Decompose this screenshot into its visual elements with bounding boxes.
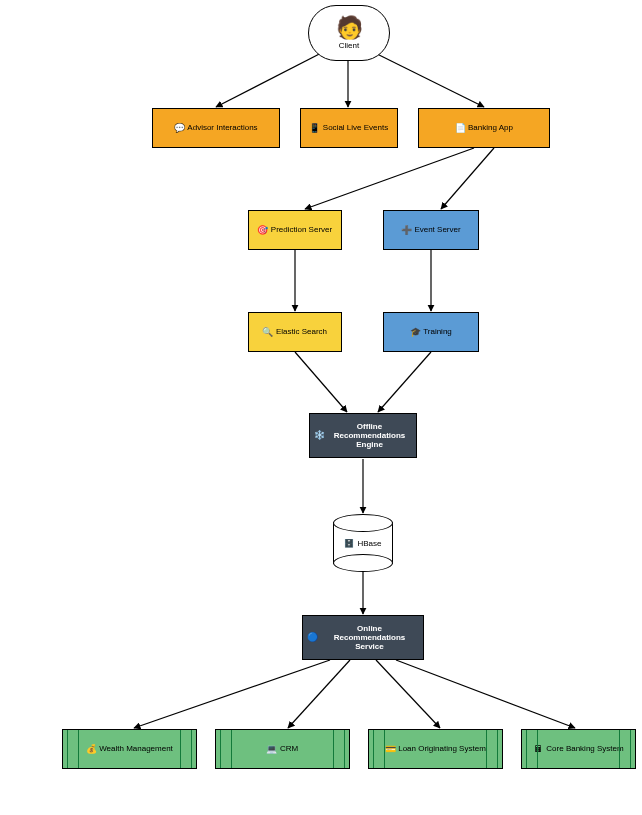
svg-line-0 xyxy=(216,48,331,107)
person-icon: 🧑 xyxy=(336,17,363,39)
svg-line-12 xyxy=(288,660,350,728)
svg-line-7 xyxy=(295,352,347,412)
node-label: Loan Originating System xyxy=(398,744,486,753)
diagram-canvas: 🧑 Client 💬 Advisor Interactions 📱 Social… xyxy=(0,0,642,815)
plus-square-icon: ➕ xyxy=(401,225,411,235)
node-label: Event Server xyxy=(414,225,460,234)
node-event-server: ➕ Event Server xyxy=(383,210,479,250)
node-client: 🧑 Client xyxy=(308,5,390,61)
chat-icon: 💬 xyxy=(174,123,184,133)
snowflake-icon: ❄️ xyxy=(314,431,324,441)
svg-line-11 xyxy=(134,660,330,728)
node-label: Advisor Interactions xyxy=(187,123,257,132)
node-crm: 💻 CRM xyxy=(215,729,350,769)
node-online-service: 🔵 Online Recommendations Service xyxy=(302,615,424,660)
node-loan-originating: 💳 Loan Originating System xyxy=(368,729,503,769)
svg-line-13 xyxy=(376,660,440,728)
node-label: Offline Recommendations Engine xyxy=(327,422,412,450)
node-advisor-interactions: 💬 Advisor Interactions xyxy=(152,108,280,148)
calculator-icon: 🖩 xyxy=(533,744,543,754)
search-icon: 🔍 xyxy=(263,327,273,337)
node-label: Wealth Management xyxy=(99,744,173,753)
money-bag-icon: 💰 xyxy=(86,744,96,754)
node-elastic-search: 🔍 Elastic Search xyxy=(248,312,342,352)
node-label: Social Live Events xyxy=(323,123,388,132)
mobile-icon: 📱 xyxy=(310,123,320,133)
node-wealth-management: 💰 Wealth Management xyxy=(62,729,197,769)
graduation-cap-icon: 🎓 xyxy=(410,327,420,337)
node-label: Training xyxy=(423,327,452,336)
node-core-banking: 🖩 Core Banking System xyxy=(521,729,636,769)
node-label: HBase xyxy=(357,539,381,548)
node-label: Elastic Search xyxy=(276,327,327,336)
node-social-live-events: 📱 Social Live Events xyxy=(300,108,398,148)
document-icon: 📄 xyxy=(455,123,465,133)
svg-line-2 xyxy=(365,48,484,107)
credit-card-icon: 💳 xyxy=(385,744,395,754)
svg-line-14 xyxy=(396,660,575,728)
node-label: Prediction Server xyxy=(271,225,332,234)
node-offline-engine: ❄️ Offline Recommendations Engine xyxy=(309,413,417,458)
client-label: Client xyxy=(339,41,359,50)
svg-line-8 xyxy=(378,352,431,412)
database-icon: 🗄️ xyxy=(344,539,354,548)
node-training: 🎓 Training xyxy=(383,312,479,352)
circle-icon: 🔵 xyxy=(307,633,317,643)
target-icon: 🎯 xyxy=(258,225,268,235)
node-hbase: 🗄️ HBase xyxy=(333,514,393,572)
laptop-icon: 💻 xyxy=(267,744,277,754)
node-label: Banking App xyxy=(468,123,513,132)
node-banking-app: 📄 Banking App xyxy=(418,108,550,148)
node-label: CRM xyxy=(280,744,298,753)
node-prediction-server: 🎯 Prediction Server xyxy=(248,210,342,250)
node-label: Online Recommendations Service xyxy=(320,624,419,652)
node-label: Core Banking System xyxy=(546,744,623,753)
